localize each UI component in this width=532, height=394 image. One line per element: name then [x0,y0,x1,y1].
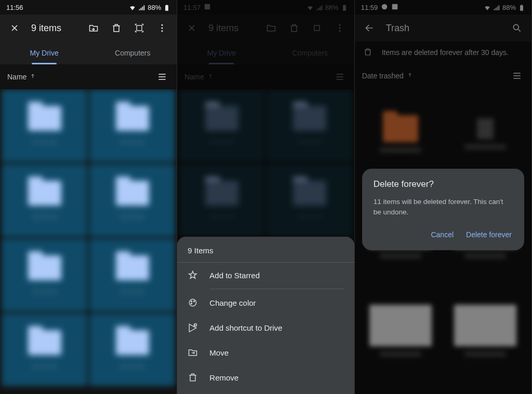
tab-my-drive[interactable]: My Drive [0,42,88,64]
screen-overflow-sheet: 11:57 88% 9 items My Drive Computers [177,0,354,394]
divider [209,289,343,289]
view-toggle-icon[interactable] [155,70,169,84]
sheet-item-color[interactable]: Change color [177,290,354,315]
delete-forever-button[interactable]: Delete forever [465,227,513,242]
svg-point-1 [162,24,163,26]
svg-point-12 [191,303,192,304]
sheet-item-label: Add shortcut to Drive [209,323,282,332]
sheet-item-star[interactable]: Add to Starred [177,263,354,288]
sheet-item-label: Remove [209,373,238,382]
folder-item[interactable]: — — — [2,314,87,386]
svg-point-10 [191,301,192,302]
tabs: My Drive Computers [0,42,177,64]
wifi-icon [129,3,136,11]
folder-item[interactable]: — — — [89,89,175,162]
remove-icon [188,372,198,383]
bottom-sheet: 9 Items Add to Starred Change color Add … [177,237,354,394]
star-icon [188,270,198,280]
sort-button[interactable]: Name [7,73,36,81]
shortcut-icon [188,322,198,333]
sheet-item-shortcut[interactable]: Add shortcut to Drive [177,315,354,340]
sheet-header: 9 Items [177,237,354,263]
select-all-icon[interactable] [129,18,150,38]
delete-forever-dialog: Delete forever? 11 items will be deleted… [362,169,524,250]
app-bar: 9 items [0,15,177,42]
sort-arrow-icon [30,73,36,81]
dialog-title: Delete forever? [374,179,513,189]
screen-trash-dialog: 11:59 88% Trash Items are deleted foreve… [355,0,532,394]
screen-selection: 11:56 88% 9 items My Drive Computers [0,0,177,394]
tab-computers[interactable]: Computers [88,42,177,64]
move-to-icon[interactable] [83,18,104,38]
close-icon[interactable] [4,18,25,38]
cancel-button[interactable]: Cancel [430,227,455,242]
dialog-body: 11 items will be deleted forever. This c… [374,197,513,217]
folder-item[interactable]: — — — [2,239,87,311]
sort-row: Name [0,64,177,89]
svg-rect-0 [137,25,142,31]
folder-item[interactable]: — — — [2,89,87,162]
sheet-item-move[interactable]: Move [177,340,354,365]
folder-item[interactable]: — — — [89,164,175,237]
signal-icon [138,3,145,11]
status-bar: 11:56 88% [0,0,177,15]
svg-point-2 [162,28,163,29]
svg-point-11 [194,301,195,302]
status-time: 11:56 [6,4,23,11]
svg-point-9 [190,299,196,306]
trash-icon[interactable] [106,18,127,38]
selection-title: 9 items [27,23,81,34]
sheet-item-remove[interactable]: Remove [177,365,354,390]
sheet-item-label: Move [209,348,229,357]
folder-grid: — — — — — — — — — — — — — — — — — — — — … [0,89,177,394]
sort-label-text: Name [7,73,26,81]
move-icon [188,347,198,358]
dialog-actions: Cancel Delete forever [374,227,513,242]
palette-icon [188,297,198,308]
overflow-icon[interactable] [152,18,172,38]
svg-point-3 [162,30,163,32]
sheet-item-label: Add to Starred [209,271,260,280]
folder-item[interactable]: — — — [2,164,87,237]
folder-item[interactable]: — — — [89,314,175,386]
folder-item[interactable]: — — — [89,239,175,311]
sheet-item-label: Change color [209,298,256,307]
battery-text: 88% [148,4,161,11]
battery-icon [163,3,170,11]
